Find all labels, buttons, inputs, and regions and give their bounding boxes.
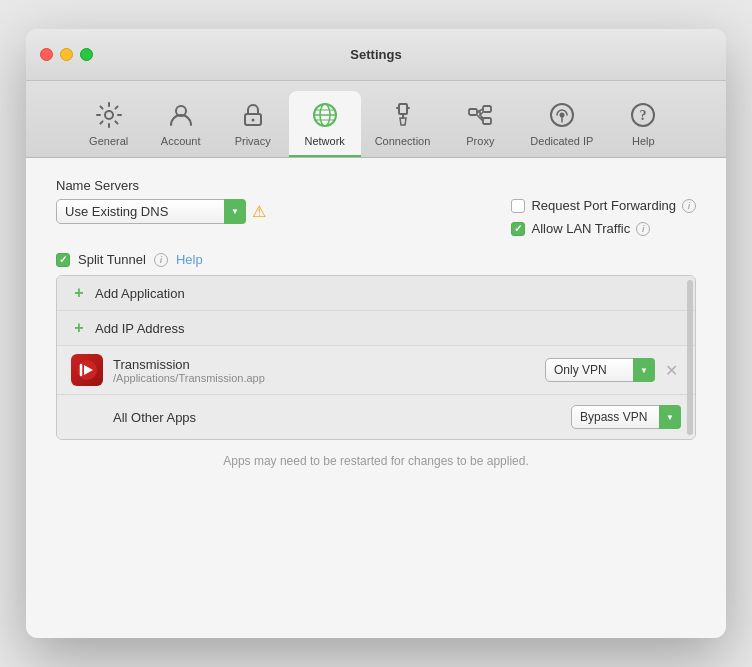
gear-icon [93,99,125,131]
lan-traffic-row: Allow LAN Traffic i [511,221,696,236]
table-row: Transmission /Applications/Transmission.… [57,346,695,395]
vpn-mode-select[interactable]: Only VPN Bypass VPN [545,358,655,382]
close-button[interactable] [40,48,53,61]
person-icon [165,99,197,131]
tab-network[interactable]: Network [289,91,361,157]
dns-select-row: Use Existing DNS PIA DNS Custom DNS ⚠ [56,199,471,224]
add-application-icon: + [71,285,87,301]
app-info: Transmission /Applications/Transmission.… [113,357,535,384]
lan-traffic-checkbox[interactable] [511,222,525,236]
other-apps-select-wrapper: Bypass VPN Only VPN [571,405,681,429]
all-other-apps-row: All Other Apps Bypass VPN Only VPN [57,395,695,439]
add-ip-label: Add IP Address [95,321,184,336]
svg-text:?: ? [640,108,647,123]
port-forwarding-checkbox[interactable] [511,199,525,213]
tab-general[interactable]: General [73,91,145,157]
network-icon [309,99,341,131]
svg-rect-13 [483,106,491,112]
traffic-lights [40,48,93,61]
split-tunnel-info-icon[interactable]: i [154,253,168,267]
remove-app-button[interactable]: ✕ [661,360,681,380]
svg-rect-9 [399,104,407,114]
titlebar: Settings [26,29,726,81]
dns-select-wrapper: Use Existing DNS PIA DNS Custom DNS [56,199,246,224]
proxy-icon [464,99,496,131]
lan-traffic-label: Allow LAN Traffic [531,221,630,236]
add-ip-address-row[interactable]: + Add IP Address [57,311,695,346]
name-servers-label: Name Servers [56,178,471,193]
main-content: Name Servers Use Existing DNS PIA DNS Cu… [26,158,726,638]
tab-privacy-label: Privacy [235,135,271,147]
tab-dedicated-ip-label: Dedicated IP [530,135,593,147]
tab-account-label: Account [161,135,201,147]
tab-account[interactable]: Account [145,91,217,157]
add-ip-icon: + [71,320,87,336]
dns-select[interactable]: Use Existing DNS PIA DNS Custom DNS [56,199,246,224]
dedicated-ip-icon [546,99,578,131]
split-tunnel-box: + Add Application + Add IP Address [56,275,696,440]
settings-window: Settings General [26,29,726,638]
top-section: Name Servers Use Existing DNS PIA DNS Cu… [56,178,696,236]
tab-connection[interactable]: Connection [361,91,445,157]
name-servers-section: Name Servers Use Existing DNS PIA DNS Cu… [56,178,471,224]
minimize-button[interactable] [60,48,73,61]
footer-note: Apps may need to be restarted for change… [56,454,696,468]
warning-icon: ⚠ [252,202,266,221]
app-controls: Only VPN Bypass VPN ✕ [545,358,681,382]
svg-rect-14 [483,118,491,124]
toolbar: General Account [26,81,726,158]
tab-dedicated-ip[interactable]: Dedicated IP [516,91,607,157]
tab-network-label: Network [305,135,345,147]
svg-rect-12 [469,109,477,115]
tab-connection-label: Connection [375,135,431,147]
tab-help[interactable]: ? Help [607,91,679,157]
lock-icon [237,99,269,131]
add-application-row[interactable]: + Add Application [57,276,695,311]
tab-general-label: General [89,135,128,147]
port-forwarding-info-icon[interactable]: i [682,199,696,213]
app-path: /Applications/Transmission.app [113,372,535,384]
svg-point-3 [251,119,254,122]
split-tunnel-help-link[interactable]: Help [176,252,203,267]
port-forwarding-row: Request Port Forwarding i [511,198,696,213]
add-application-label: Add Application [95,286,185,301]
help-icon: ? [627,99,659,131]
plug-icon [387,99,419,131]
tab-privacy[interactable]: Privacy [217,91,289,157]
tab-proxy[interactable]: Proxy [444,91,516,157]
svg-point-0 [105,111,113,119]
lan-traffic-info-icon[interactable]: i [636,222,650,236]
split-tunnel-section: Split Tunnel i Help + Add Application + … [56,252,696,440]
window-title: Settings [350,47,401,62]
split-tunnel-checkbox[interactable] [56,253,70,267]
scrollbar[interactable] [687,280,693,435]
tab-proxy-label: Proxy [466,135,494,147]
port-forwarding-label: Request Port Forwarding [531,198,676,213]
other-apps-vpn-select[interactable]: Bypass VPN Only VPN [571,405,681,429]
maximize-button[interactable] [80,48,93,61]
split-tunnel-header: Split Tunnel i Help [56,252,696,267]
all-other-apps-label: All Other Apps [71,410,561,425]
toolbar-items: General Account [73,91,680,157]
app-name: Transmission [113,357,535,372]
transmission-icon [71,354,103,386]
vpn-mode-select-wrapper: Only VPN Bypass VPN [545,358,655,382]
tab-help-label: Help [632,135,655,147]
split-tunnel-label: Split Tunnel [78,252,146,267]
options-section: Request Port Forwarding i Allow LAN Traf… [511,178,696,236]
